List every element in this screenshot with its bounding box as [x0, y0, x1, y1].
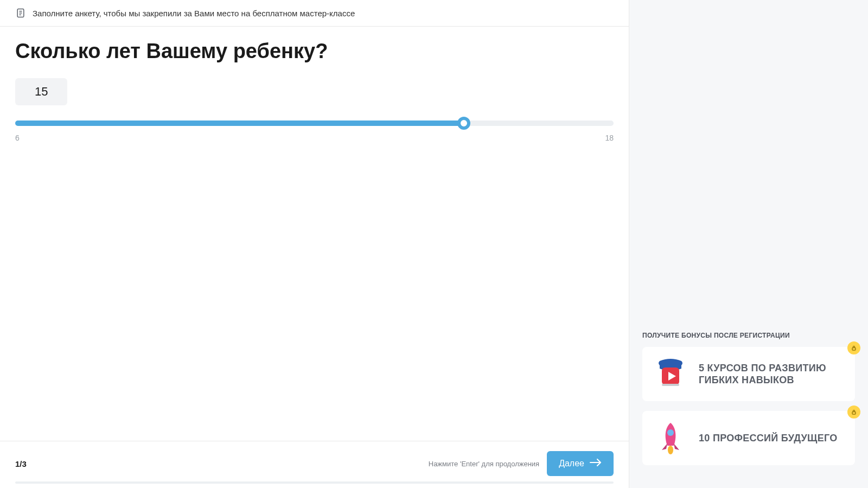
- next-button[interactable]: Далее: [547, 451, 614, 476]
- bonus-card-courses: 5 КУРСОВ ПО РАЗВИТИЮ ГИБКИХ НАВЫКОВ: [642, 347, 855, 401]
- svg-point-10: [667, 429, 674, 436]
- slider-fill: [15, 121, 464, 126]
- media-play-icon: [652, 356, 689, 392]
- svg-point-11: [668, 446, 673, 454]
- slider-thumb[interactable]: [457, 117, 470, 130]
- bonus-card-text: 5 КУРСОВ ПО РАЗВИТИЮ ГИБКИХ НАВЫКОВ: [699, 362, 845, 386]
- rocket-icon: [652, 420, 689, 457]
- bonus-card-professions: 10 ПРОФЕССИЙ БУДУЩЕГО: [642, 411, 855, 465]
- arrow-right-icon: [590, 459, 602, 468]
- sidebar: ПОЛУЧИТЕ БОНУСЫ ПОСЛЕ РЕГИСТРАЦИИ 5 КУРС…: [629, 0, 868, 488]
- age-slider[interactable]: [15, 121, 614, 126]
- svg-rect-9: [852, 412, 856, 415]
- slider-max-label: 18: [605, 134, 614, 142]
- slider-min-label: 6: [15, 134, 20, 142]
- form-icon: [15, 8, 26, 18]
- lock-icon: [847, 341, 860, 354]
- enter-hint: Нажмите 'Enter' для продолжения: [429, 460, 539, 468]
- footer: 1/3 Нажмите 'Enter' для продолжения Дале…: [0, 441, 629, 488]
- bonus-card-text: 10 ПРОФЕССИЙ БУДУЩЕГО: [699, 432, 838, 445]
- next-button-label: Далее: [559, 459, 584, 468]
- question-title: Сколько лет Вашему ребенку?: [15, 40, 614, 63]
- header-instruction: Заполните анкету, чтобы мы закрепили за …: [33, 9, 355, 18]
- progress-bar: [15, 481, 614, 484]
- slider-labels: 6 18: [15, 134, 614, 142]
- svg-rect-5: [852, 348, 856, 351]
- step-counter: 1/3: [15, 459, 27, 468]
- lock-icon: [847, 405, 860, 419]
- header-bar: Заполните анкету, чтобы мы закрепили за …: [0, 0, 629, 27]
- age-value-display: 15: [15, 78, 67, 105]
- bonus-heading: ПОЛУЧИТЕ БОНУСЫ ПОСЛЕ РЕГИСТРАЦИИ: [642, 332, 855, 339]
- svg-rect-8: [662, 384, 679, 386]
- slider-track: [15, 121, 614, 126]
